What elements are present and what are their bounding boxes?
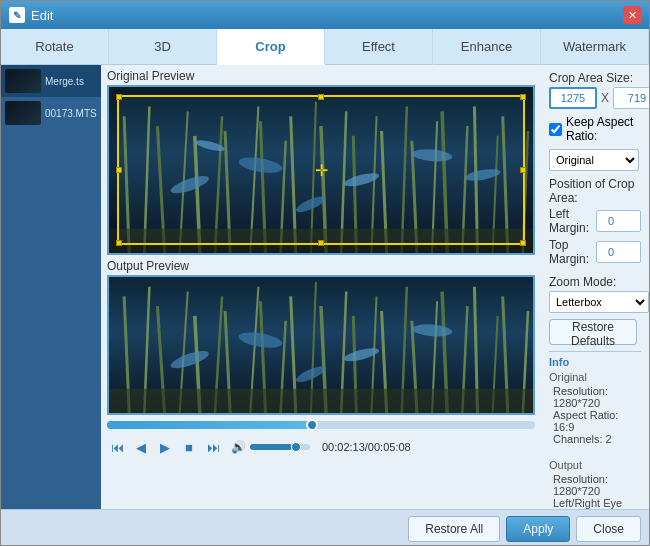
info-section: Info Original Resolution: 1280*720 Aspec… xyxy=(549,351,641,509)
output-video xyxy=(109,277,533,413)
volume-icon: 🔊 xyxy=(231,440,246,454)
restore-defaults-container: Restore Defaults xyxy=(549,319,641,345)
crop-handle-rm[interactable] xyxy=(520,167,526,173)
output-preview-label: Output Preview xyxy=(107,259,535,273)
file-item-00173[interactable]: 00173.MTS xyxy=(1,97,101,129)
crop-handle-br[interactable] xyxy=(520,240,526,246)
tab-bar: Rotate 3D Crop Effect Enhance Watermark xyxy=(1,29,649,65)
crop-center-icon: ✛ xyxy=(315,161,328,180)
tab-effect[interactable]: Effect xyxy=(325,29,433,65)
tab-enhance[interactable]: Enhance xyxy=(433,29,541,65)
zoom-section: Zoom Mode: Letterbox Pan & Scan Full xyxy=(549,275,641,313)
aspect-select-row: Original 16:9 4:3 1:1 xyxy=(549,149,641,171)
tab-watermark[interactable]: Watermark xyxy=(541,29,649,65)
keep-aspect-label: Keep Aspect Ratio: xyxy=(566,115,641,143)
app-icon: ✎ xyxy=(9,7,25,23)
tab-rotate[interactable]: Rotate xyxy=(1,29,109,65)
right-panel: Crop Area Size: X Keep Aspect Ratio: Ori… xyxy=(541,65,649,509)
crop-size-title: Crop Area Size: xyxy=(549,71,641,85)
volume-area: 🔊 xyxy=(231,440,310,454)
tab-3d[interactable]: 3D xyxy=(109,29,217,65)
restore-defaults-button[interactable]: Restore Defaults xyxy=(549,319,637,345)
info-title: Info xyxy=(549,356,641,368)
tab-crop[interactable]: Crop xyxy=(217,29,325,65)
progress-bar-fill xyxy=(107,421,312,429)
output-eye-size: Left/Right Eye Size: - xyxy=(549,497,641,509)
output-preview-section: Output Preview xyxy=(107,259,535,415)
original-resolution: Resolution: 1280*720 xyxy=(549,385,641,409)
original-preview-label: Original Preview xyxy=(107,69,535,83)
crop-handle-bl[interactable] xyxy=(116,240,122,246)
stop-button[interactable]: ■ xyxy=(179,437,199,457)
left-margin-label: Left Margin: xyxy=(549,207,590,235)
svg-rect-69 xyxy=(109,389,533,413)
original-info-subtitle: Original xyxy=(549,371,641,383)
file-item-merge[interactable]: Merge.ts xyxy=(1,65,101,97)
file-name-00173: 00173.MTS xyxy=(45,108,97,119)
original-channels: Channels: 2 xyxy=(549,433,641,445)
step-back-button[interactable]: ◀ xyxy=(131,437,151,457)
apply-button[interactable]: Apply xyxy=(506,516,570,542)
top-margin-input[interactable] xyxy=(596,241,641,263)
skip-to-end-button[interactable]: ⏭ xyxy=(203,437,223,457)
crop-size-row: X xyxy=(549,87,641,109)
top-margin-row: Top Margin: xyxy=(549,238,641,266)
file-name-merge: Merge.ts xyxy=(45,76,84,87)
output-resolution: Resolution: 1280*720 xyxy=(549,473,641,497)
restore-all-button[interactable]: Restore All xyxy=(408,516,500,542)
title-text: Edit xyxy=(31,8,623,23)
file-sidebar: Merge.ts 00173.MTS xyxy=(1,65,101,509)
crop-height-input[interactable] xyxy=(613,87,649,109)
volume-slider[interactable] xyxy=(250,444,310,450)
close-button[interactable]: Close xyxy=(576,516,641,542)
x-separator: X xyxy=(601,91,609,105)
time-display: 00:02:13/00:05:08 xyxy=(322,441,411,453)
file-thumbnail xyxy=(5,69,41,93)
crop-width-input[interactable] xyxy=(549,87,597,109)
original-preview-section: Original Preview xyxy=(107,69,535,255)
zoom-title: Zoom Mode: xyxy=(549,275,641,289)
crop-handle-tm[interactable] xyxy=(318,94,324,100)
close-window-button[interactable]: ✕ xyxy=(623,6,641,24)
left-margin-row: Left Margin: xyxy=(549,207,641,235)
volume-thumb[interactable] xyxy=(291,442,301,452)
original-aspect: Aspect Ratio: 16:9 xyxy=(549,409,641,433)
crop-handle-tr[interactable] xyxy=(520,94,526,100)
skip-to-start-button[interactable]: ⏮ xyxy=(107,437,127,457)
play-button[interactable]: ▶ xyxy=(155,437,175,457)
output-info-subtitle: Output xyxy=(549,459,641,471)
output-video-container xyxy=(107,275,535,415)
playback-controls: ⏮ ◀ ▶ ■ ⏭ 🔊 00:02:13/00:05:08 xyxy=(107,435,535,459)
bottom-bar: Restore All Apply Close xyxy=(1,509,649,546)
title-bar: ✎ Edit ✕ xyxy=(1,1,649,29)
zoom-mode-select[interactable]: Letterbox Pan & Scan Full xyxy=(549,291,649,313)
volume-fill xyxy=(250,444,292,450)
position-title: Position of Crop Area: xyxy=(549,177,641,205)
keep-aspect-checkbox[interactable] xyxy=(549,123,562,136)
crop-handle-tl[interactable] xyxy=(116,94,122,100)
top-margin-label: Top Margin: xyxy=(549,238,590,266)
original-video-container: ✛ xyxy=(107,85,535,255)
left-margin-input[interactable] xyxy=(596,210,641,232)
crop-overlay[interactable]: ✛ xyxy=(117,95,525,245)
crop-handle-lm[interactable] xyxy=(116,167,122,173)
original-video: ✛ xyxy=(109,87,533,253)
main-content: Merge.ts 00173.MTS Original Preview xyxy=(1,65,649,509)
preview-panel: Original Preview xyxy=(101,65,541,509)
progress-bar[interactable] xyxy=(107,421,535,429)
crop-area-size-section: Crop Area Size: X xyxy=(549,71,641,109)
position-section: Position of Crop Area: Left Margin: Top … xyxy=(549,177,641,269)
file-thumbnail-2 xyxy=(5,101,41,125)
aspect-ratio-select[interactable]: Original 16:9 4:3 1:1 xyxy=(549,149,639,171)
crop-handle-bm[interactable] xyxy=(318,240,324,246)
keep-aspect-ratio-row: Keep Aspect Ratio: xyxy=(549,115,641,143)
progress-thumb[interactable] xyxy=(306,419,318,431)
